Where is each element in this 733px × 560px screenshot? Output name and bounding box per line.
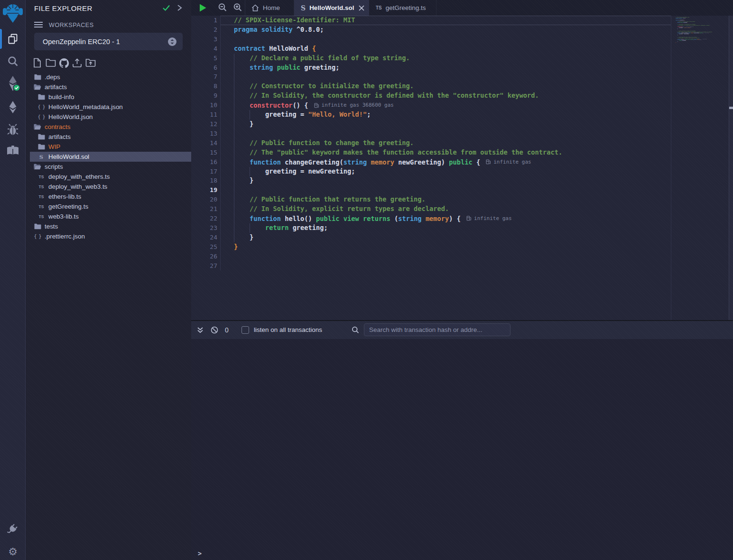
tree-item-helloworld-sol[interactable]: SHelloWorld.sol [30, 152, 191, 162]
debugger-icon[interactable] [0, 121, 26, 138]
editor-tabbar: Home S HelloWorld.sol TS getGreeting.ts [191, 0, 733, 16]
tree-item-label: contracts [45, 123, 70, 130]
braces-icon: { } [37, 114, 46, 119]
folder-icon [33, 74, 42, 80]
code-lines: // SPDX-License-Identifier: MITpragma so… [221, 16, 671, 270]
publish-workspace-icon[interactable] [72, 58, 82, 68]
solidity-file-icon: S [301, 4, 306, 12]
gas-estimate-badge: infinite gas 368600 gas [314, 101, 394, 110]
gas-estimate-badge: infinite gas [466, 214, 511, 223]
tab-helloworld-sol[interactable]: S HelloWorld.sol [294, 0, 369, 16]
tree-item-contracts[interactable]: contracts [26, 122, 191, 132]
tree-item-helloworld-metadata-json[interactable]: { }HelloWorld_metadata.json [26, 102, 191, 112]
code-line: function hello() public view returns (st… [221, 214, 671, 223]
tab-home[interactable]: Home [245, 0, 294, 16]
collapse-chevron-icon[interactable] [176, 4, 183, 11]
settings-gear-icon[interactable]: ⚙ [0, 544, 26, 560]
new-file-icon[interactable] [33, 58, 41, 68]
folder-open-icon [33, 164, 42, 170]
deploy-and-run-icon[interactable] [0, 99, 26, 117]
tree-item-artifacts[interactable]: artifacts [26, 82, 191, 92]
workspaces-label: WORKSPACES [49, 22, 94, 28]
tree-item--prettierrc-json[interactable]: { }.prettierrc.json [26, 231, 191, 241]
terminal-search-input[interactable] [364, 323, 510, 336]
tree-item-label: WIP [48, 143, 60, 150]
line-number: 2 [191, 25, 220, 35]
tree-item-label: HelloWorld_metadata.json [48, 103, 123, 110]
line-number: 8 [191, 82, 220, 91]
listen-transactions-label: listen on all transactions [254, 326, 322, 333]
github-clone-icon[interactable] [59, 58, 69, 68]
workspace-dropdown[interactable]: OpenZeppelin ERC20 - 1 [34, 33, 183, 50]
minimap[interactable]: // SPDX-License-Identifier: MITpragma so… [671, 16, 729, 320]
file-explorer-icon[interactable] [0, 28, 26, 49]
tree-item-helloworld-json[interactable]: { }HelloWorld.json [26, 112, 191, 122]
line-number: 27 [191, 261, 220, 271]
tree-item-scripts[interactable]: scripts [26, 162, 191, 172]
tree-item-label: tests [45, 223, 58, 230]
code-editor[interactable]: 1234567891011121314151617181920212223242… [191, 16, 671, 320]
tree-item-wip[interactable]: WIP [26, 142, 191, 152]
workspaces-header: WORKSPACES [26, 20, 191, 30]
tree-item-label: deploy_with_ethers.ts [48, 173, 110, 180]
plugin-manager-icon[interactable] [0, 521, 26, 537]
learneth-book-icon[interactable] [0, 143, 26, 159]
load-local-folder-icon[interactable] [85, 58, 96, 67]
run-script-button[interactable] [199, 3, 207, 12]
code-line: // In Solidity, the constructor is defin… [221, 91, 671, 101]
remix-logo-icon[interactable] [0, 1, 26, 24]
tab-label: HelloWorld.sol [309, 4, 354, 11]
gas-estimate-label: infinite gas [474, 214, 511, 223]
activity-bar: ⚙ [0, 0, 26, 560]
zoom-out-icon[interactable] [218, 3, 227, 12]
tree-item-getgreeting-ts[interactable]: TSgetGreeting.ts [26, 202, 191, 211]
code-line: // The "public" keyword makes the functi… [221, 148, 671, 157]
search-icon[interactable] [0, 53, 26, 70]
line-number-gutter: 1234567891011121314151617181920212223242… [191, 16, 221, 270]
code-line: function changeGreeting(string memory ne… [221, 157, 671, 167]
line-number: 17 [191, 167, 220, 176]
solidity-icon: S [37, 154, 46, 160]
tree-item-deploy-with-web3-ts[interactable]: TSdeploy_with_web3.ts [26, 182, 191, 192]
clear-console-icon[interactable] [211, 326, 218, 334]
tree-item-web3-lib-ts[interactable]: TSweb3-lib.ts [26, 211, 191, 221]
tree-item-ethers-lib-ts[interactable]: TSethers-lib.ts [26, 192, 191, 202]
expand-terminal-icon[interactable] [197, 327, 204, 333]
tree-item-artifacts[interactable]: artifacts [26, 132, 191, 142]
braces-icon: { } [33, 234, 42, 239]
ts-icon: TS [37, 204, 46, 209]
line-number: 20 [191, 195, 220, 204]
folder-icon [37, 144, 46, 150]
tab-getgreeting-ts[interactable]: TS getGreeting.ts [369, 0, 436, 16]
explorer-toolbar [26, 57, 191, 70]
zoom-in-icon[interactable] [233, 3, 242, 12]
new-folder-icon[interactable] [46, 58, 56, 67]
terminal-search-icon [352, 326, 359, 334]
line-number: 7 [191, 72, 220, 82]
line-number: 6 [191, 63, 220, 73]
code-line: contract HelloWorld { [221, 44, 671, 54]
terminal-toolbar: 0 listen on all transactions [191, 321, 733, 339]
listen-transactions-checkbox[interactable] [241, 326, 249, 334]
line-number: 19 [191, 185, 220, 195]
scrollbar-thumb[interactable] [729, 107, 733, 109]
tree-item-tests[interactable]: tests [26, 221, 191, 231]
line-number: 13 [191, 129, 220, 138]
solidity-compiler-icon[interactable] [0, 74, 26, 94]
line-number: 22 [191, 214, 220, 223]
line-number: 4 [191, 44, 220, 54]
gas-estimate-badge: infinite gas [486, 157, 531, 167]
editor-scrollbar[interactable] [729, 16, 733, 320]
line-number: 18 [191, 176, 220, 185]
terminal-output[interactable]: > [191, 339, 733, 560]
gas-estimate-badge: infinite gas [704, 32, 709, 33]
tree-item-label: deploy_with_web3.ts [48, 183, 107, 190]
gas-estimate-label: infinite gas [703, 39, 707, 40]
tree-item--deps[interactable]: .deps [26, 72, 191, 82]
code-line: // In Solidity, explicit return types ar… [221, 204, 671, 214]
accept-check-icon[interactable] [162, 4, 170, 11]
close-tab-icon[interactable] [359, 5, 364, 11]
tree-item-deploy-with-ethers-ts[interactable]: TSdeploy_with_ethers.ts [26, 172, 191, 182]
tree-item-build-info[interactable]: build-info [26, 92, 191, 102]
workspaces-menu-icon[interactable] [34, 21, 43, 28]
